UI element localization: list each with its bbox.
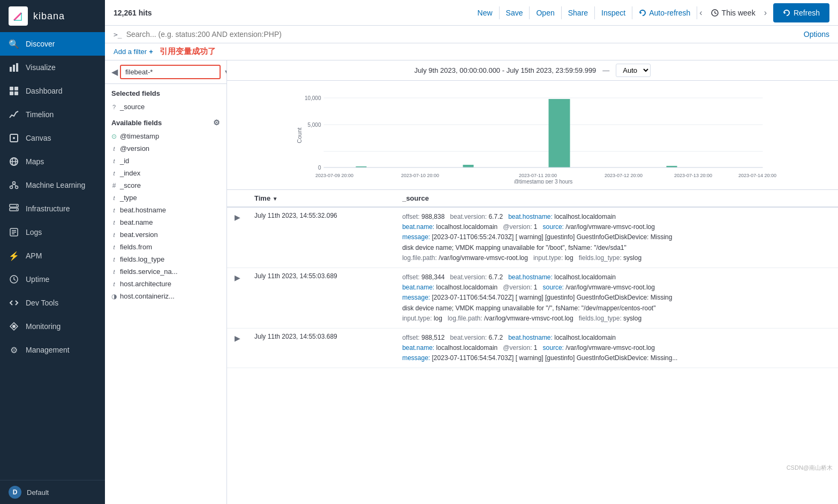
open-button[interactable]: Open [530,0,561,26]
auto-refresh-button[interactable]: Auto-refresh [632,0,697,26]
chart-container: Count 10,000 5,000 0 [227,81,838,190]
auto-refresh-label: Auto-refresh [649,9,690,17]
add-filter-label: Add a filter [114,48,147,56]
sidebar-item-label: APM [26,251,42,260]
sidebar-logo-text: kibana [33,11,65,22]
canvas-icon [9,133,19,143]
sidebar-item-logs[interactable]: Logs [0,220,105,244]
new-button[interactable]: New [471,0,499,26]
sidebar-item-ml[interactable]: Machine Learning [0,173,105,197]
topbar-actions: New Save Open Share Inspect Auto-refresh… [471,0,829,26]
expand-col [227,190,248,207]
options-button[interactable]: Options [804,30,829,39]
field-name: beat.version [120,231,158,239]
sidebar-item-visualize[interactable]: Visualize [0,56,105,79]
field-item-version[interactable]: t @version [105,142,227,155]
sidebar-item-label: Dashboard [26,87,63,95]
type-hash-icon: # [111,182,117,189]
filter-hint: 引用变量成功了 [160,47,216,57]
visualize-icon [9,62,19,73]
refresh-button[interactable]: Refresh [773,3,829,22]
share-button[interactable]: Share [562,0,594,26]
uptime-icon [9,274,19,285]
user-label: Default [27,488,49,497]
svg-point-15 [16,186,18,189]
save-button[interactable]: Save [500,0,530,26]
x-label-1: 2023-07-09 20:00 [315,173,353,178]
field-item-fields-log-type[interactable]: t fields.log_type [105,253,227,265]
field-item-index[interactable]: t _index [105,167,227,179]
sidebar-item-infrastructure[interactable]: Infrastructure [0,197,105,220]
row-expand-button[interactable]: ▶ [233,333,241,343]
field-type-icon: ? [111,104,117,110]
gear-icon[interactable]: ⚙ [213,118,220,127]
filterbar: Add a filter + 引用变量成功了 [105,43,838,60]
type-t-icon: t [111,219,117,226]
index-pattern-input[interactable] [120,65,221,79]
row-expand-button[interactable]: ▶ [233,212,241,223]
sidebar-item-canvas[interactable]: Canvas [0,126,105,150]
svg-point-13 [13,182,16,185]
searchbar: >_ Options [105,26,838,43]
field-item-id[interactable]: t _id [105,155,227,167]
infrastructure-icon [9,203,19,214]
field-item-score[interactable]: # _score [105,179,227,192]
inspect-button[interactable]: Inspect [595,0,632,26]
sidebar-item-dashboard[interactable]: Dashboard [0,79,105,103]
right-panel: July 9th 2023, 00:00:00.000 - July 15th … [227,60,838,504]
dashboard-icon [9,86,19,96]
sidebar-item-apm[interactable]: ⚡ APM [0,244,105,268]
field-name: beat.name [120,218,153,226]
row-expand-button[interactable]: ▶ [233,272,241,283]
svg-rect-7 [14,91,18,95]
source-cell: offset: 988,512 beat.version: 6.7.2 beat… [396,328,838,368]
sidebar-item-discover[interactable]: 🔍 Discover [0,32,105,56]
field-item-host-containeriz[interactable]: ◑ host.containeriz... [105,290,227,302]
next-button[interactable]: › [762,8,769,18]
time-column-header[interactable]: Time ▼ [248,190,396,207]
timelion-icon [9,109,19,120]
sidebar-item-label: Canvas [26,134,51,142]
field-item-source[interactable]: ? _source [105,101,227,113]
this-week-selector[interactable]: This week [705,0,762,26]
index-pattern-dropdown-button[interactable]: ▾ [223,67,227,77]
table-row: ▶ July 11th 2023, 14:55:32.096 offset: 9… [227,207,838,268]
sidebar-item-label: Machine Learning [26,181,85,189]
auto-select[interactable]: Auto [616,64,651,77]
svg-point-9 [13,137,15,139]
sidebar-item-maps[interactable]: Maps [0,150,105,173]
field-item-type[interactable]: t _type [105,192,227,204]
x-axis-label: @timestamp per 3 hours [514,179,573,184]
field-item-beat-name[interactable]: t beat.name [105,216,227,228]
ml-icon [9,180,19,190]
sidebar-item-management[interactable]: ⚙ Management [0,338,105,362]
field-item-host-architecture[interactable]: t host.architecture [105,278,227,290]
field-item-beat-hostname[interactable]: t beat.hostname [105,204,227,216]
prev-button[interactable]: ‹ [697,8,704,18]
hits-count: 12,261 hits [114,9,152,17]
index-pattern-back-button[interactable]: ◀ [111,67,118,77]
type-t-icon: t [111,207,117,213]
sidebar-item-uptime[interactable]: Uptime [0,268,105,291]
maps-icon [9,156,19,167]
sidebar-item-label: Visualize [26,63,56,72]
add-filter-button[interactable]: Add a filter + [114,48,153,56]
field-item-timestamp[interactable]: ⊙ @timestamp [105,130,227,142]
source-column-header: _source [396,190,838,207]
avatar[interactable]: D [9,486,21,499]
sidebar-item-monitoring[interactable]: Monitoring [0,315,105,338]
x-label-5: 2023-07-13 20:00 [674,173,712,178]
field-name: @timestamp [120,132,159,140]
sidebar-navigation: 🔍 Discover Visualize Dashboard Timelion [0,32,105,480]
field-item-fields-from[interactable]: t fields.from [105,241,227,253]
field-item-beat-version[interactable]: t beat.version [105,228,227,241]
table-row: ▶ July 11th 2023, 14:55:03.689 offset: 9… [227,268,838,328]
table-row: ▶ July 11th 2023, 14:55:03.689 offset: 9… [227,328,838,368]
results-table: Time ▼ _source ▶ July 11th 2023, 14:55:3… [227,190,838,368]
field-name: @version [120,144,149,152]
sidebar-item-timelion[interactable]: Timelion [0,103,105,126]
x-label-2: 2023-07-10 20:00 [401,173,439,178]
field-item-fields-service-name[interactable]: t fields.service_na... [105,265,227,278]
sidebar-item-devtools[interactable]: Dev Tools [0,291,105,315]
search-input[interactable] [126,30,799,39]
